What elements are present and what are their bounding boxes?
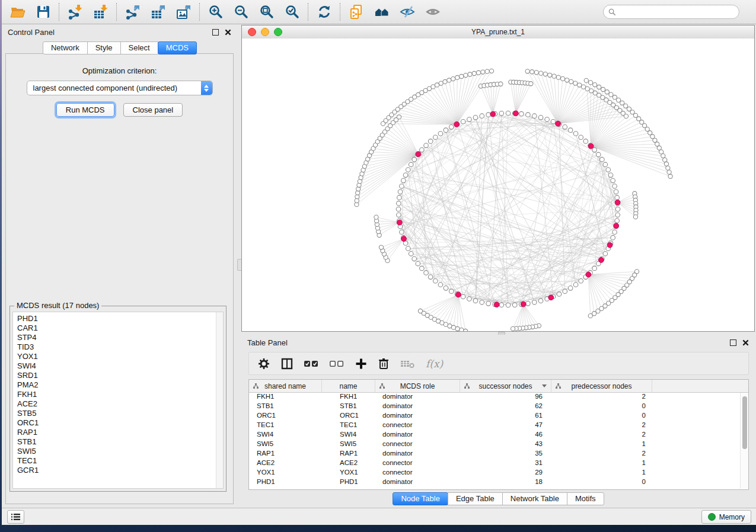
tab-select[interactable]: Select — [120, 41, 158, 55]
table-cell[interactable]: TEC1 — [322, 421, 375, 431]
table-cell[interactable]: YOX1 — [322, 469, 375, 478]
table-cell[interactable]: RAP1 — [322, 450, 375, 459]
mcds-result-node[interactable]: PMA2 — [17, 380, 223, 390]
table-cell[interactable]: 31 — [460, 459, 551, 469]
table-cell[interactable]: SWI4 — [322, 431, 375, 440]
table-cell[interactable]: dominator — [375, 393, 460, 402]
table-cell[interactable]: 43 — [460, 440, 551, 450]
table-cell[interactable]: connector — [375, 469, 460, 478]
table-cell[interactable]: FKH1 — [322, 393, 375, 402]
zoom-out-icon[interactable] — [233, 4, 249, 20]
search-box[interactable] — [603, 5, 739, 19]
table-cell[interactable]: connector — [375, 440, 460, 450]
table-cell[interactable]: 0 — [551, 402, 652, 412]
float-table-panel-icon[interactable] — [730, 339, 736, 346]
float-panel-icon[interactable] — [212, 29, 219, 36]
export-table-icon[interactable] — [150, 4, 166, 20]
table-row[interactable]: SWI5SWI5connector431 — [249, 440, 748, 450]
table-scrollbar-thumb[interactable] — [742, 396, 747, 449]
zoom-in-icon[interactable] — [208, 4, 224, 20]
table-cell[interactable]: ORC1 — [322, 412, 375, 421]
table-cell[interactable]: 1 — [551, 469, 652, 478]
column-header-name[interactable]: name — [322, 380, 375, 392]
add-column-icon[interactable] — [355, 357, 367, 371]
table-row[interactable]: ORC1ORC1dominator610 — [249, 412, 748, 421]
table-cell[interactable]: SWI5 — [322, 440, 375, 450]
table-cell[interactable]: connector — [375, 421, 460, 431]
delete-column-icon[interactable] — [378, 357, 389, 371]
show-all-icon[interactable] — [425, 4, 441, 20]
table-cell[interactable]: ACE2 — [322, 459, 375, 469]
table-cell[interactable]: 2 — [551, 393, 652, 402]
table-cell[interactable]: TEC1 — [249, 421, 322, 431]
table-cell[interactable]: 62 — [460, 402, 551, 412]
table-cell[interactable]: 61 — [460, 412, 551, 421]
table-cell[interactable]: 1 — [551, 459, 652, 469]
table-cell[interactable]: dominator — [375, 431, 460, 440]
mcds-result-node[interactable]: GCR1 — [17, 466, 223, 475]
table-cell[interactable]: ORC1 — [249, 412, 322, 421]
tab-node-table[interactable]: Node Table — [393, 492, 448, 505]
table-row[interactable]: FKH1FKH1dominator962 — [249, 393, 748, 402]
close-panel-button[interactable]: Close panel — [123, 103, 183, 117]
tab-mcds[interactable]: MCDS — [158, 41, 197, 55]
table-cell[interactable]: FKH1 — [249, 393, 322, 402]
export-network-icon[interactable] — [125, 4, 141, 20]
table-cell[interactable]: YOX1 — [249, 469, 322, 478]
network-canvas[interactable] — [242, 39, 754, 331]
mcds-result-node[interactable]: ORC1 — [17, 418, 223, 428]
table-cell[interactable]: 47 — [460, 421, 551, 431]
tab-network[interactable]: Network — [43, 41, 88, 55]
column-header-successor-nodes[interactable]: successor nodes — [460, 380, 551, 392]
unselect-all-icon[interactable] — [330, 357, 344, 371]
table-cell[interactable]: SWI5 — [249, 440, 322, 450]
mcds-result-node[interactable]: YOX1 — [17, 352, 223, 361]
optimization-criterion-select[interactable]: largest connected component (undirected) — [27, 81, 213, 95]
refresh-view-icon[interactable] — [316, 4, 332, 20]
table-cell[interactable]: dominator — [375, 478, 460, 488]
mcds-result-node[interactable]: STB1 — [17, 437, 223, 447]
table-row[interactable]: TEC1TEC1connector472 — [249, 421, 748, 431]
save-session-icon[interactable] — [35, 4, 51, 20]
table-cell[interactable]: dominator — [375, 402, 460, 412]
mcds-result-node[interactable]: SWI4 — [17, 361, 223, 371]
run-mcds-button[interactable]: Run MCDS — [56, 103, 114, 117]
table-row[interactable]: STB1STB1dominator620 — [249, 402, 748, 412]
zoom-fit-icon[interactable] — [259, 4, 275, 20]
table-row[interactable]: YOX1YOX1connector291 — [249, 469, 748, 478]
column-header-predecessor-nodes[interactable]: predecessor nodes — [551, 380, 652, 392]
mcds-result-node[interactable]: SRD1 — [17, 371, 223, 380]
table-cell[interactable]: connector — [375, 459, 460, 469]
column-header-shared-name[interactable]: shared name — [249, 380, 322, 392]
table-cell[interactable]: PHD1 — [322, 478, 375, 488]
mcds-result-node[interactable]: TID3 — [17, 342, 223, 352]
mcds-result-node[interactable]: ACE2 — [17, 399, 223, 409]
table-cell[interactable]: 2 — [551, 450, 652, 459]
close-panel-icon[interactable] — [225, 29, 231, 36]
tab-motifs[interactable]: Motifs — [567, 492, 604, 505]
table-cell[interactable]: ACE2 — [249, 459, 322, 469]
table-cell[interactable]: 2 — [551, 421, 652, 431]
mcds-list-scrollbar[interactable] — [216, 312, 223, 488]
table-cell[interactable]: 2 — [551, 431, 652, 440]
open-session-icon[interactable] — [9, 4, 25, 20]
table-cell[interactable]: STB1 — [322, 402, 375, 412]
settings-icon[interactable] — [258, 357, 270, 371]
table-cell[interactable]: SWI4 — [249, 431, 322, 440]
table-cell[interactable]: STB1 — [249, 402, 322, 412]
import-network-icon[interactable] — [67, 4, 83, 20]
table-cell[interactable]: PHD1 — [249, 478, 322, 488]
table-cell[interactable]: RAP1 — [249, 450, 322, 459]
mcds-result-node[interactable]: CAR1 — [17, 323, 223, 333]
table-cell[interactable]: 0 — [551, 478, 652, 488]
mcds-result-node[interactable]: STB5 — [17, 409, 223, 418]
tab-network-table[interactable]: Network Table — [502, 492, 567, 505]
table-cell[interactable]: 1 — [551, 440, 652, 450]
mcds-result-node[interactable]: TEC1 — [17, 456, 223, 466]
table-cell[interactable]: 29 — [460, 469, 551, 478]
table-cell[interactable]: 46 — [460, 431, 551, 440]
table-row[interactable]: PHD1PHD1dominator180 — [249, 478, 748, 488]
table-scrollbar[interactable] — [740, 393, 748, 489]
column-header-mcds-role[interactable]: MCDS role — [375, 380, 460, 392]
tab-edge-table[interactable]: Edge Table — [448, 492, 503, 505]
